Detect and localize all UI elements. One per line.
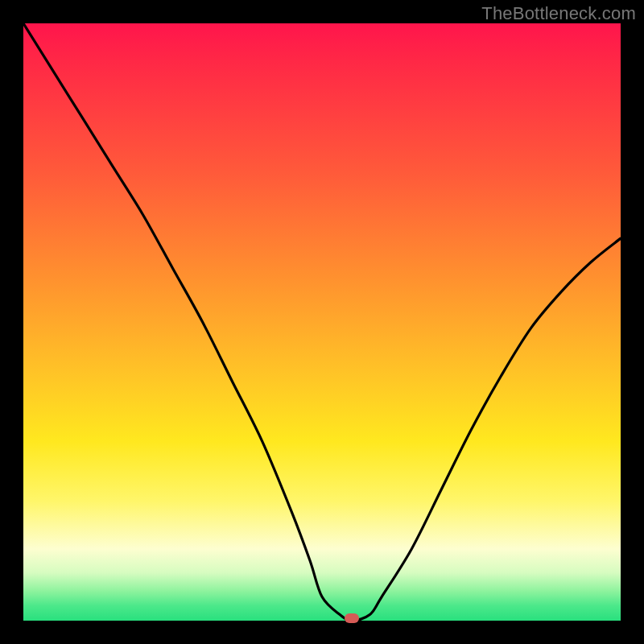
bottleneck-curve (23, 23, 621, 621)
chart-frame: TheBottleneck.com (0, 0, 644, 644)
plot-area (23, 23, 621, 621)
watermark-text: TheBottleneck.com (481, 3, 636, 24)
minimum-marker (345, 613, 359, 623)
